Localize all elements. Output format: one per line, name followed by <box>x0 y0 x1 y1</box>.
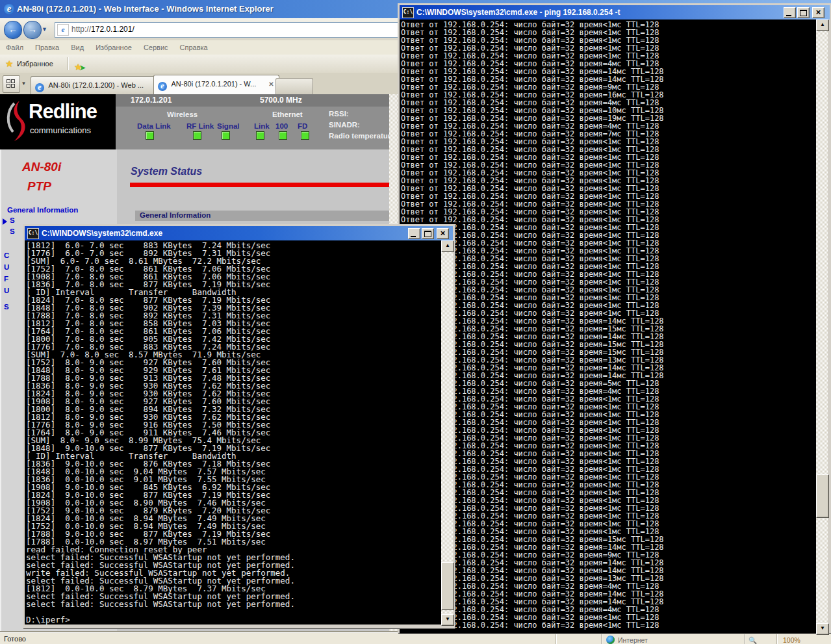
device-ip: 172.0.1.201 <box>131 94 172 107</box>
ping-console-scrollbar[interactable]: ▲ ▼ <box>816 19 828 634</box>
internet-zone-label: Интернет <box>618 636 648 644</box>
address-bar[interactable]: e http://http://172.0.1.201/172.0.1.201/ <box>55 22 399 38</box>
protected-mode-icon: 🔍 <box>748 636 757 644</box>
ping-cmd-titlebar[interactable]: C:\ C:\WINDOWS\system32\cmd.exe - ping 1… <box>400 5 830 19</box>
tab-icon: e <box>35 83 44 92</box>
tab-label: AN-80i (172.0.1.200) - Web ... <box>48 81 144 89</box>
radio-readout-labels: RSSI: SINADR: Radio temperatur <box>329 109 390 142</box>
eth-100-label: 100 <box>275 122 288 130</box>
zoom-level[interactable]: 100% <box>783 636 800 644</box>
menu-item[interactable]: Сервис <box>138 40 174 55</box>
history-dropdown-icon[interactable]: ▼ <box>42 26 47 32</box>
internet-zone-globe-icon <box>606 636 615 644</box>
data-link-label: Data Link <box>137 122 171 130</box>
iperf-console: [1812] 6.0- 7.0 sec 883 KBytes 7.24 Mbit… <box>25 240 441 625</box>
quick-tabs-button[interactable] <box>3 75 20 93</box>
tab-icon: e <box>158 82 167 91</box>
tab-list-dropdown-icon[interactable]: ▼ <box>19 79 28 88</box>
sidebar-item-partial-3[interactable]: C <box>4 251 9 259</box>
console-line: select failed: Successful WSAStartup not… <box>26 600 295 608</box>
scroll-down-button[interactable]: ▼ <box>441 614 454 626</box>
device-frequency: 5700.0 MHz <box>260 94 302 107</box>
tab-an80i-201-active[interactable]: e AN-80i (172.0.1.201) - W... ✕ <box>153 75 279 94</box>
close-button[interactable]: × <box>812 7 825 18</box>
menu-item[interactable]: Вид <box>65 40 90 55</box>
close-button[interactable]: × <box>437 228 449 239</box>
new-tab-stub[interactable] <box>275 78 313 94</box>
ie-status-bar: Готово Интернет 🔍 100% <box>0 632 831 644</box>
scrollbar-thumb[interactable] <box>441 562 454 610</box>
radio-temperature-label: Radio temperatur <box>329 131 390 142</box>
scroll-up-button[interactable]: ▲ <box>816 19 829 31</box>
maximize-button[interactable] <box>797 7 810 18</box>
header-strip: 172.0.1.201 5700.0 MHz <box>116 94 403 107</box>
menu-item[interactable]: Избранное <box>90 40 138 55</box>
current-item-arrow-icon <box>3 218 7 225</box>
ping-console: Ответ от 192.168.0.254: число байт=32 вр… <box>400 19 818 634</box>
iperf-cmd-titlebar[interactable]: C:\ C:\WINDOWS\system32\cmd.exe × <box>25 226 453 240</box>
sidebar-item-partial-6[interactable]: U <box>4 287 9 294</box>
ping-cmd-title: C:\WINDOWS\system32\cmd.exe - ping 192.1… <box>416 5 620 19</box>
favorites-star-icon: ★ <box>5 55 14 73</box>
scroll-down-button[interactable]: ▼ <box>816 623 829 635</box>
ie-window-title: AN-80i (172.0.1.201) - Web Interface - W… <box>17 0 274 18</box>
ie-logo-icon: e <box>4 4 14 14</box>
close-tab-icon[interactable]: ✕ <box>267 80 275 88</box>
divider <box>601 634 602 644</box>
rssi-label: RSSI: <box>329 109 390 120</box>
sidebar-item-general-information[interactable]: General Information <box>7 206 78 214</box>
section-header: General Information <box>140 211 211 219</box>
cmd-icon: C:\ <box>27 228 39 239</box>
eth-link-led <box>256 131 264 140</box>
sidebar-item-partial-7[interactable]: S <box>4 303 9 311</box>
iperf-cmd-window: C:\ C:\WINDOWS\system32\cmd.exe × [1812]… <box>23 224 455 628</box>
rf-link-label: RF Link <box>186 122 214 130</box>
back-button[interactable]: ← <box>4 21 22 39</box>
signal-led <box>222 131 230 140</box>
minimize-button[interactable] <box>408 228 420 239</box>
grid-icon <box>6 79 15 88</box>
sidebar-item-partial-2[interactable]: S <box>10 227 15 235</box>
menu-item[interactable]: Файл <box>0 40 29 55</box>
iperf-cmd-title: C:\WINDOWS\system32\cmd.exe <box>42 226 162 240</box>
sinadr-label: SINADR: <box>329 120 390 131</box>
red-divider-bar <box>130 183 403 187</box>
menu-item[interactable]: Справка <box>174 40 214 55</box>
scroll-up-button[interactable]: ▲ <box>441 240 454 252</box>
favorites-label[interactable]: Избранное <box>17 55 53 73</box>
tab-label: AN-80i (172.0.1.201) - W... <box>171 80 256 88</box>
eth-link-label: Link <box>254 122 270 130</box>
ping-cmd-window: C:\ C:\WINDOWS\system32\cmd.exe - ping 1… <box>398 3 831 633</box>
maximize-button[interactable] <box>422 228 434 239</box>
minimize-button[interactable] <box>784 7 796 18</box>
logo-subtitle: communications <box>30 125 91 135</box>
ethernet-group-label: Ethernet <box>272 110 303 118</box>
redline-swoosh-icon <box>4 99 29 144</box>
console-output: [1812] 6.0- 7.0 sec 883 KBytes 7.24 Mbit… <box>26 242 295 624</box>
window-controls: × <box>407 228 449 238</box>
signal-label: Signal <box>217 122 240 130</box>
cmd-icon: C:\ <box>402 7 414 18</box>
page-icon: e <box>57 24 69 36</box>
iperf-console-scrollbar[interactable]: ▲ ▼ <box>441 240 453 625</box>
forward-button[interactable]: → <box>23 21 42 39</box>
window-controls: × <box>782 7 825 18</box>
eth-fd-label: FD <box>298 122 307 130</box>
tab-an80i-200[interactable]: e AN-80i (172.0.1.200) - Web ... <box>31 76 157 94</box>
device-name: AN-80i <box>22 160 61 174</box>
sidebar-item-partial-1[interactable]: S <box>10 216 15 224</box>
redline-logo: Redline communications <box>0 94 116 149</box>
data-link-led <box>146 131 154 140</box>
status-text: Готово <box>4 635 26 643</box>
menu-item[interactable]: Правка <box>29 40 65 55</box>
scrollbar-thumb[interactable] <box>816 474 829 518</box>
rf-link-led <box>193 131 201 140</box>
logo-wordmark: Redline <box>29 100 97 123</box>
sidebar-item-partial-4[interactable]: U <box>4 263 9 271</box>
divider <box>556 634 557 644</box>
divider <box>68 57 69 70</box>
screen: e AN-80i (172.0.1.201) - Web Interface -… <box>0 0 831 644</box>
page-title: System Status <box>131 166 202 177</box>
console-line: D:\iperf> <box>26 616 295 624</box>
sidebar-item-partial-5[interactable]: F <box>4 275 8 283</box>
